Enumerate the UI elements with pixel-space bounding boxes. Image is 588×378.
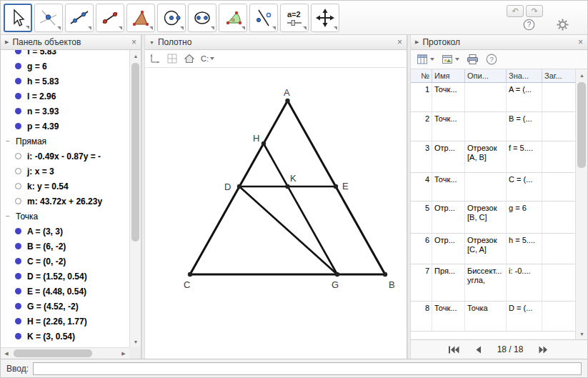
cell-desc[interactable]: Биссект... угла, xyxy=(465,264,507,301)
command-input[interactable] xyxy=(33,362,582,375)
table-row[interactable]: 8 Точк... Точка D = (... xyxy=(411,302,575,332)
point-H[interactable] xyxy=(261,141,266,146)
tool-dropdown-icon[interactable] xyxy=(57,26,61,30)
close-icon[interactable]: × xyxy=(397,38,402,46)
visibility-dot-icon[interactable] xyxy=(15,243,21,249)
segment-tool-button[interactable] xyxy=(96,4,124,32)
cell-caption[interactable] xyxy=(542,302,575,331)
slider-tool-button[interactable]: a=2 xyxy=(280,4,309,32)
cell-value[interactable]: i: -0.... xyxy=(507,264,542,301)
table-row[interactable]: 6 Отр... Отрезок [C, A] h = 5.... xyxy=(411,234,575,264)
visibility-dot-icon[interactable] xyxy=(15,93,21,99)
cell-name[interactable]: Точк... xyxy=(432,302,465,331)
tool-dropdown-icon[interactable] xyxy=(149,26,153,30)
algebra-item[interactable]: C = (0, -2) xyxy=(1,254,129,269)
scrollbar-thumb[interactable] xyxy=(14,349,92,357)
visibility-dot-icon[interactable] xyxy=(15,183,21,189)
algebra-group-points[interactable]: −Точка xyxy=(1,209,129,224)
move-tool-button[interactable] xyxy=(4,4,32,32)
protocol-help-button[interactable]: ? xyxy=(486,54,497,65)
algebra-group-lines[interactable]: −Прямая xyxy=(1,134,129,149)
scrollbar-thumb[interactable] xyxy=(131,63,139,242)
scroll-down-icon[interactable]: ▼ xyxy=(576,328,588,339)
close-icon[interactable]: × xyxy=(131,38,136,46)
visibility-dot-icon[interactable] xyxy=(15,273,21,279)
visibility-dot-icon[interactable] xyxy=(15,228,21,234)
visibility-dot-icon[interactable] xyxy=(15,78,21,84)
collapse-icon[interactable]: − xyxy=(6,137,11,145)
table-row[interactable]: 5 Отр... Отрезок [B, C] g = 6 xyxy=(411,202,575,234)
column-header-value[interactable]: Зна... xyxy=(507,69,542,82)
column-header-num[interactable]: № xyxy=(411,69,432,82)
cell-name[interactable]: Отр... xyxy=(432,234,465,264)
algebra-item[interactable]: p = 4.39 xyxy=(1,119,129,134)
close-icon[interactable]: × xyxy=(578,38,583,46)
cell-num[interactable]: 6 xyxy=(411,234,432,264)
algebra-item[interactable]: f = 5.83 xyxy=(1,50,129,59)
nav-previous-button[interactable] xyxy=(475,346,482,354)
cell-num[interactable]: 7 xyxy=(411,264,432,301)
cell-num[interactable]: 3 xyxy=(411,141,432,172)
column-header-desc[interactable]: Опи... xyxy=(465,69,507,82)
tool-dropdown-icon[interactable] xyxy=(303,26,307,30)
algebra-item[interactable]: m: 43.72x + 26.23y xyxy=(1,194,129,209)
algebra-item[interactable]: j: x = 3 xyxy=(1,164,129,179)
graphics-canvas[interactable]: A H D K E C G B xyxy=(145,68,407,359)
algebra-item[interactable]: g = 6 xyxy=(1,59,129,74)
point-tool-button[interactable] xyxy=(34,4,63,32)
cell-caption[interactable] xyxy=(542,234,575,264)
table-row[interactable]: 7 Пря... Биссект... угла, i: -0.... xyxy=(411,264,575,302)
cell-name[interactable]: Точк... xyxy=(432,173,465,201)
algebra-item[interactable]: k: y = 0.54 xyxy=(1,179,129,194)
column-header-caption[interactable]: Заг... xyxy=(542,69,575,82)
table-row[interactable]: 4 Точк... C = (... xyxy=(411,173,575,202)
visibility-dot-icon[interactable] xyxy=(15,153,21,159)
panel-menu-icon[interactable]: ▼ xyxy=(149,40,154,45)
point-B[interactable] xyxy=(383,272,387,277)
tool-dropdown-icon[interactable] xyxy=(211,26,214,30)
scroll-up-icon[interactable]: ▲ xyxy=(130,50,141,61)
visibility-dot-icon[interactable] xyxy=(15,288,21,294)
cell-caption[interactable] xyxy=(542,202,575,233)
scrollbar-thumb[interactable] xyxy=(577,82,586,168)
visibility-dot-icon[interactable] xyxy=(15,333,21,339)
algebra-item[interactable]: D = (1.52, 0.54) xyxy=(1,269,129,284)
cell-name[interactable]: Пря... xyxy=(432,264,465,301)
algebra-item[interactable]: B = (6, -2) xyxy=(1,239,129,254)
cell-name[interactable]: Отр... xyxy=(432,202,465,233)
scroll-down-icon[interactable]: ▼ xyxy=(130,336,141,347)
cell-num[interactable]: 4 xyxy=(411,173,432,201)
cell-desc[interactable] xyxy=(465,83,507,111)
visibility-dot-icon[interactable] xyxy=(15,318,21,324)
algebra-item[interactable]: H = (2.26, 1.77) xyxy=(1,314,129,329)
algebra-item[interactable]: n = 3.93 xyxy=(1,104,129,119)
cell-name[interactable]: Точк... xyxy=(432,112,465,141)
cell-caption[interactable] xyxy=(542,173,575,201)
cell-caption[interactable] xyxy=(542,112,575,141)
algebra-vertical-scrollbar[interactable]: ▲ ▼ xyxy=(129,50,141,347)
gear-icon[interactable] xyxy=(557,19,569,31)
algebra-horizontal-scrollbar[interactable]: ◀ ▶ xyxy=(1,347,129,359)
visibility-dot-icon[interactable] xyxy=(15,50,21,54)
algebra-item[interactable]: l = 2.96 xyxy=(1,89,129,104)
cell-name[interactable]: Точк... xyxy=(432,83,465,111)
algebra-item[interactable]: A = (3, 3) xyxy=(1,224,129,239)
visibility-dot-icon[interactable] xyxy=(15,258,21,264)
cell-caption[interactable] xyxy=(542,83,575,111)
cell-caption[interactable] xyxy=(542,141,575,172)
tool-dropdown-icon[interactable] xyxy=(26,26,29,29)
scroll-right-icon[interactable]: ▶ xyxy=(118,348,129,359)
point-capturing-dropdown[interactable]: C: xyxy=(201,54,214,63)
panel-menu-icon[interactable]: ▶ xyxy=(415,39,419,45)
tool-dropdown-icon[interactable] xyxy=(272,26,276,30)
axes-icon[interactable] xyxy=(149,53,161,64)
cell-desc[interactable] xyxy=(465,112,507,141)
visibility-dot-icon[interactable] xyxy=(15,63,21,69)
cell-desc[interactable]: Точка xyxy=(465,302,507,331)
columns-dropdown-button[interactable] xyxy=(417,54,434,65)
cell-desc[interactable]: Отрезок [C, A] xyxy=(465,234,507,264)
tool-dropdown-icon[interactable] xyxy=(241,26,245,30)
tool-dropdown-icon[interactable] xyxy=(180,26,184,30)
algebra-item[interactable]: G = (4.52, -2) xyxy=(1,299,129,314)
point-E[interactable] xyxy=(334,184,338,189)
